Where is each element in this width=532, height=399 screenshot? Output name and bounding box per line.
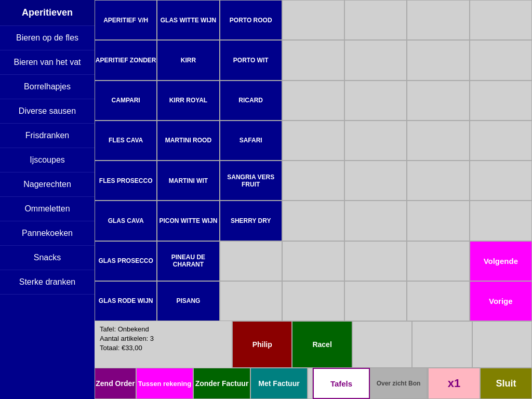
cell-empty-4-5 — [407, 161, 469, 201]
table-info: Tafel: Onbekend — [100, 325, 227, 333]
main-area: Aperitieven Bieren op de fles Bieren van… — [0, 0, 532, 399]
action-empty-2 — [352, 321, 412, 368]
cell-safari[interactable]: SAFARI — [220, 121, 282, 161]
cell-empty-5-4 — [344, 201, 407, 241]
sidebar-item-diverse-sausen[interactable]: Diverse sausen — [0, 99, 95, 124]
cell-empty-5-6 — [470, 201, 532, 241]
cell-empty-0-3 — [282, 0, 344, 40]
cell-empty-5-5 — [407, 201, 469, 241]
cell-empty-2-6 — [470, 81, 532, 121]
cell-sangria[interactable]: SANGRIA VERS FRUIT — [220, 161, 282, 201]
cell-pisang[interactable]: PISANG — [157, 281, 219, 321]
sidebar: Aperitieven Bieren op de fles Bieren van… — [0, 0, 95, 399]
cell-empty-6-5 — [407, 241, 469, 281]
cell-glas-prosecco[interactable]: GLAS PROSECCO — [95, 241, 157, 281]
sluit-button[interactable]: Sluit — [480, 368, 532, 399]
cell-picon-witte-wijn[interactable]: PICON WITTE WIJN — [157, 201, 219, 241]
cell-empty-0-6 — [470, 0, 532, 40]
cell-empty-4-3 — [282, 161, 344, 201]
cell-empty-0-4 — [344, 0, 407, 40]
cell-empty-7-2 — [220, 281, 282, 321]
cell-empty-6-2 — [220, 241, 282, 281]
cell-empty-0-5 — [407, 0, 469, 40]
cell-empty-4-6 — [470, 161, 532, 201]
cell-ricard[interactable]: RICARD — [220, 81, 282, 121]
cell-empty-1-5 — [407, 40, 469, 80]
cell-empty-7-4 — [344, 281, 407, 321]
cell-pineau[interactable]: PINEAU DE CHARANT — [157, 241, 219, 281]
zonder-factuur-button[interactable]: Zonder Factuur — [193, 368, 250, 399]
action-cells: Philip Racel — [232, 321, 532, 368]
cell-fles-cava[interactable]: FLES CAVA — [95, 121, 157, 161]
volgende-button[interactable]: Volgende — [470, 241, 532, 281]
tafels-button[interactable]: Tafels — [313, 368, 370, 399]
cell-empty-5-3 — [282, 201, 344, 241]
cell-empty-6-4 — [344, 241, 407, 281]
cell-martini-wit[interactable]: MARTINI WIT — [157, 161, 219, 201]
cell-empty-1-6 — [470, 40, 532, 80]
quantity-button[interactable]: x1 — [428, 368, 480, 399]
cell-glas-witte-wijn[interactable]: GLAS WITTE WIJN — [157, 0, 219, 40]
cell-empty-2-3 — [282, 81, 344, 121]
cell-glas-rode-wijn[interactable]: GLAS RODE WIJN — [95, 281, 157, 321]
cell-porto-wit[interactable]: PORTO WIT — [220, 40, 282, 80]
tussen-rekening-button[interactable]: Tussen rekening — [136, 368, 193, 399]
cell-empty-3-6 — [470, 121, 532, 161]
met-factuur-button[interactable]: Met Factuur — [250, 368, 308, 399]
cell-empty-3-5 — [407, 121, 469, 161]
cell-empty-3-3 — [282, 121, 344, 161]
bottom-buttons: Zend Order Tussen rekening Zonder Factuu… — [95, 368, 532, 399]
sidebar-item-aperitieven[interactable]: Aperitieven — [0, 0, 95, 26]
cell-aperitief-zonder[interactable]: APERITIEF ZONDER — [95, 40, 157, 80]
cell-empty-7-5 — [407, 281, 469, 321]
cell-empty-2-4 — [344, 81, 407, 121]
info-panel: Tafel: Onbekend Aantal artikelen: 3 Tota… — [95, 321, 232, 368]
cell-empty-4-4 — [344, 161, 407, 201]
action-empty-4 — [472, 321, 532, 368]
cell-empty-1-3 — [282, 40, 344, 80]
cell-aperitief-vh[interactable]: APERITIEF V/H — [95, 0, 157, 40]
cell-sherry-dry[interactable]: SHERRY DRY — [220, 201, 282, 241]
cell-empty-2-5 — [407, 81, 469, 121]
empty-btn-4 — [308, 368, 313, 399]
cell-fles-prosecco[interactable]: FLES PROSECCO — [95, 161, 157, 201]
vorige-button[interactable]: Vorige — [470, 281, 532, 321]
sidebar-item-frisdranken[interactable]: Frisdranken — [0, 124, 95, 148]
action-empty-3 — [412, 321, 472, 368]
articles-info: Aantal artikelen: 3 — [100, 335, 227, 342]
sidebar-item-bieren-vat[interactable]: Bieren van het vat — [0, 50, 95, 75]
sidebar-item-snacks[interactable]: Snacks — [0, 246, 95, 270]
sidebar-item-borrelhapjes[interactable]: Borrelhapjes — [0, 75, 95, 99]
cell-empty-1-4 — [344, 40, 407, 80]
sidebar-item-sterke-dranken[interactable]: Sterke dranken — [0, 270, 95, 295]
philip-button[interactable]: Philip — [232, 321, 292, 368]
racel-button[interactable]: Racel — [292, 321, 352, 368]
sidebar-item-ijscoupes[interactable]: Ijscoupes — [0, 148, 95, 172]
cell-empty-6-3 — [282, 241, 344, 281]
cell-empty-3-4 — [344, 121, 407, 161]
sidebar-item-bieren-fles[interactable]: Bieren op de fles — [0, 26, 95, 50]
cell-glas-cava[interactable]: GLAS CAVA — [95, 201, 157, 241]
total-info: Totaal: €33,00 — [100, 344, 227, 352]
zend-order-button[interactable]: Zend Order — [95, 368, 136, 399]
cell-porto-rood[interactable]: PORTO ROOD — [220, 0, 282, 40]
content-area: APERITIEF V/H GLAS WITTE WIJN PORTO ROOD… — [95, 0, 532, 399]
cell-martini-rood[interactable]: MARTINI ROOD — [157, 121, 219, 161]
info-row: Tafel: Onbekend Aantal artikelen: 3 Tota… — [95, 321, 532, 368]
product-grid: APERITIEF V/H GLAS WITTE WIJN PORTO ROOD… — [95, 0, 532, 321]
cell-empty-7-3 — [282, 281, 344, 321]
cell-kirr[interactable]: KIRR — [157, 40, 219, 80]
main-container: Aperitieven Bieren op de fles Bieren van… — [0, 0, 532, 399]
sidebar-item-nagerechten[interactable]: Nagerechten — [0, 172, 95, 197]
cell-campari[interactable]: CAMPARI — [95, 81, 157, 121]
overzicht-bon-button[interactable]: Over zicht Bon — [370, 368, 427, 399]
sidebar-item-ommeletten[interactable]: Ommeletten — [0, 197, 95, 221]
sidebar-item-pannekoeken[interactable]: Pannekoeken — [0, 221, 95, 246]
cell-kirr-royal[interactable]: KIRR ROYAL — [157, 81, 219, 121]
